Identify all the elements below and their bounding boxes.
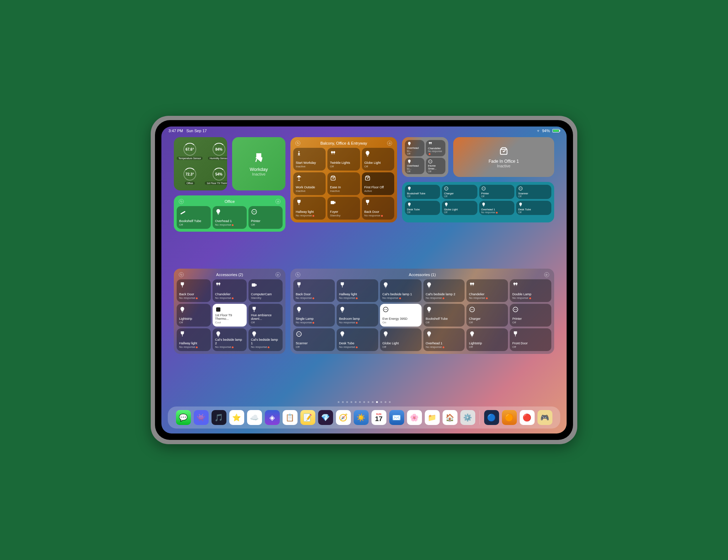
accessory-tile[interactable]: ComputerCam Standby [248,279,283,302]
accessory-tile[interactable]: Charger Off [466,304,508,327]
page-dot[interactable] [346,401,348,403]
page-dot[interactable] [350,401,352,403]
page-dot[interactable] [338,401,339,403]
accessory-tile[interactable]: Back Door No response [362,197,394,220]
recent1-app[interactable]: 🔵 [484,410,499,425]
accessory-tile[interactable]: Globe Light Off [442,201,477,215]
accessory-tile[interactable]: Back Door No response [293,279,335,302]
edit-icon[interactable]: ⊘ [275,272,280,277]
accessory-tile[interactable]: Twinkle Lights Off [327,148,360,171]
reminders-app[interactable]: 📋 [283,410,298,425]
accessory-tile[interactable]: Scanner Off [516,185,551,199]
accessory-tile[interactable]: Cal's bedside lamp 1 No response [380,279,422,302]
edit-icon[interactable]: ⊘ [275,199,280,204]
accessory-tile[interactable]: Ease In Inactive [327,172,360,195]
refresh-icon[interactable]: ↻ [295,272,300,277]
page-dot[interactable] [385,401,386,403]
accessory-tile[interactable]: Bookshelf Tube Off [423,304,465,327]
page-dot[interactable] [376,401,378,403]
page-dot[interactable] [355,401,357,403]
files-app[interactable]: 📁 [425,410,440,425]
music-app[interactable]: 🎵 [212,410,226,425]
tile-name: Foyer [330,210,357,214]
page-dot[interactable] [363,401,365,403]
accessory-tile[interactable]: Overhead 1 No response [423,328,465,351]
recent3-app[interactable]: 🔴 [520,410,535,425]
edit-icon[interactable]: ⊘ [387,141,392,146]
accessory-tile[interactable]: Cal's bedside lamp 2 No response [213,328,247,351]
home-app[interactable]: 🏠 [443,410,457,425]
accessory-tile[interactable]: Desk Tube No response [337,328,378,351]
icloud-app[interactable]: ☁️ [247,410,262,425]
workday-scene[interactable]: Workday Inactive [232,137,285,190]
settings-app[interactable]: ⚙️ [460,410,475,425]
page-dot[interactable] [380,401,382,403]
accessory-tile[interactable]: 1st Floor T9 Thermo... Cool [213,304,247,327]
accessory-tile[interactable]: Chandelier No response [426,140,445,156]
accessory-tile[interactable]: Globe Light Off [362,148,394,171]
refresh-icon[interactable]: ↻ [295,141,300,146]
accessory-tile[interactable]: Back Door No response [177,279,211,302]
accessory-tile[interactable]: Foyer Standby [327,197,360,220]
recent4-app[interactable]: 🎮 [537,410,552,425]
accessory-tile[interactable]: Cal's bedside lamp 2 No response [423,279,465,302]
accessory-tile[interactable]: Overhead 1 No response [213,206,247,229]
fade-scene[interactable]: Fade In Office 1 Inactive [453,137,554,177]
accessory-tile[interactable]: Single Lamp No response [293,304,335,327]
page-dot[interactable] [372,401,374,403]
accessory-tile[interactable]: Desk Tube Off [405,201,440,215]
accessory-tile[interactable]: Double Lamp No response [510,279,551,302]
accessory-tile[interactable]: Printer Off [248,206,283,229]
weather-app[interactable]: ☀️ [354,410,369,425]
todo-app[interactable]: ⭐ [229,410,244,425]
page-dot[interactable] [389,401,391,403]
refresh-icon[interactable]: ↻ [179,199,184,204]
notes-app[interactable]: 📝 [300,410,315,425]
page-dot[interactable] [368,401,369,403]
safari-app[interactable]: 🧭 [336,410,351,425]
accessory-tile[interactable]: iHome Smar... Off [426,158,445,174]
refresh-icon[interactable]: ↻ [179,272,184,277]
accessory-tile[interactable]: Chandelier No response [466,279,508,302]
edit-icon[interactable]: ⊘ [544,272,549,277]
accessory-tile[interactable]: Hallway light No response [337,279,378,302]
messages-app[interactable]: 💬 [176,410,191,425]
accessory-tile[interactable]: Work Outside Inactive [293,172,326,195]
accessory-tile[interactable]: Lightstrip Off [177,304,211,327]
photos-app[interactable]: 🌸 [407,410,422,425]
accessory-tile[interactable]: Printer Off [479,185,514,199]
calendar-app[interactable]: SUN17 [371,410,386,425]
accessory-tile[interactable]: Overhead Li... Off [405,140,424,156]
accessory-tile[interactable]: Desk Tube Off [516,201,551,215]
accessory-tile[interactable]: Bookshelf Tube Off [405,185,440,199]
obsidian-app[interactable]: 💎 [318,410,333,425]
accessory-tile[interactable]: Start Workday Inactive [293,148,326,171]
recent2-app[interactable]: 🟠 [502,410,517,425]
accessory-tile[interactable]: Charger Off [442,185,477,199]
accessory-tile[interactable]: Overhead 1 No response [479,201,514,215]
accessory-tile[interactable]: First Floor Off Active [362,172,394,195]
accessory-tile[interactable]: Printer Off [510,304,551,327]
accessory-tile[interactable]: Globe Light Off [380,328,422,351]
accessory-tile[interactable]: Bookshelf Tube Off [177,206,211,229]
tube-icon [179,209,186,215]
accessory-tile[interactable]: Scanner Off [293,328,335,351]
accessory-tile[interactable]: Front Door Off [510,328,551,351]
discord-app[interactable]: 👾 [194,410,209,425]
page-dot[interactable] [359,401,361,403]
shortcuts-app[interactable]: ◈ [265,410,280,425]
accessory-tile[interactable]: Cal's bedside lamp 1 No response [248,328,283,351]
accessory-tile[interactable]: Eve Energy 395D On [380,304,422,327]
mail-app[interactable]: ✉️ [389,410,404,425]
page-dot[interactable] [342,401,344,403]
tile-name: Overhead Li... [407,147,422,153]
accessory-tile[interactable]: Lightstrip Off [466,328,508,351]
accessory-tile[interactable]: Hue ambiance downl... Off [248,304,283,327]
accessory-tile[interactable]: Hallway light No response [177,328,211,351]
accessory-tile[interactable]: Hallway light No response [293,197,326,220]
accessory-tile[interactable]: Bedroom lamp No response [337,304,378,327]
accessory-tile[interactable]: Chandelier No response [213,279,247,302]
sensor-widget[interactable]: 67.6° Temperature Sensor 84% Humidity Se… [174,137,227,190]
accessory-tile[interactable]: Overhead Li... Off [405,158,424,174]
page-indicator[interactable] [161,398,567,406]
